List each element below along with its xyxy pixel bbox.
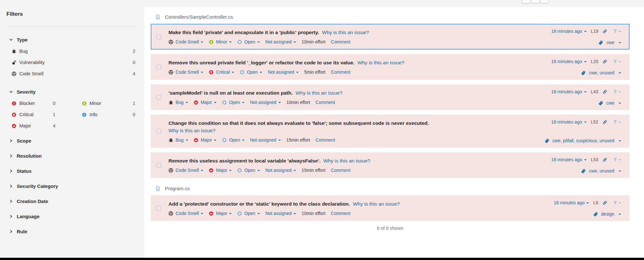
issue-status-dropdown[interactable]: Open: [240, 69, 262, 75]
issue-age-dropdown[interactable]: 18 minutes ago: [554, 200, 585, 205]
issue-checkbox[interactable]: [156, 163, 161, 168]
toolbar-button-2[interactable]: [531, 0, 539, 3]
filter-similar-issues-button[interactable]: [613, 120, 621, 124]
facet-section-rule[interactable]: Rule: [9, 229, 135, 234]
issue-age-dropdown[interactable]: 18 minutes ago: [551, 89, 582, 94]
issue-severity-dropdown[interactable]: Major: [209, 167, 232, 173]
issue-row[interactable]: Change this condition so that it does no…: [151, 115, 630, 148]
facet-header-type[interactable]: Type: [9, 37, 135, 42]
issue-row[interactable]: Remove this useless assignment to local …: [151, 152, 630, 178]
issue-checkbox[interactable]: [156, 65, 161, 70]
facet-item-info[interactable]: Info 0: [77, 112, 135, 117]
why-is-this-an-issue-link[interactable]: Why is this an issue?: [295, 90, 342, 96]
issue-tags-dropdown[interactable]: cwe, unused: [581, 70, 621, 75]
filter-similar-issues-button[interactable]: [613, 157, 621, 162]
facet-item-vulnerability[interactable]: Vulnerability 0: [6, 60, 135, 65]
issue-age-dropdown[interactable]: 18 minutes ago: [551, 59, 582, 64]
issue-severity-dropdown[interactable]: Critical: [209, 69, 234, 75]
issue-assignee-dropdown[interactable]: Not assigned: [265, 167, 296, 173]
toolbar-button-3[interactable]: [541, 0, 549, 3]
type-facet-items: Bug 2 Vulnerability 0 Code Smell 4: [6, 49, 135, 76]
issue-status-dropdown[interactable]: Open: [222, 99, 245, 106]
issue-title[interactable]: 'sampleModel' is null on at least one ex…: [168, 90, 293, 96]
issue-assignee-dropdown[interactable]: Not assigned: [250, 137, 281, 143]
issue-title[interactable]: Make this field 'private' and encapsulat…: [168, 30, 319, 35]
issue-age-dropdown[interactable]: 18 minutes ago: [551, 29, 582, 34]
comment-link[interactable]: Comment: [331, 39, 351, 45]
issues-page: Filters Type Bug 2 Vulnerability 0 Code …: [0, 0, 644, 260]
why-is-this-an-issue-link[interactable]: Why is this an issue?: [168, 127, 539, 134]
issue-title[interactable]: Add a 'protected' constructor or the 'st…: [168, 201, 350, 207]
issue-type-dropdown[interactable]: Code Smell: [168, 167, 203, 173]
facet-item-critical[interactable]: Critical 1: [6, 112, 55, 117]
facet-item-major[interactable]: Major 4: [6, 123, 55, 128]
comment-link[interactable]: Comment: [316, 137, 335, 143]
caret-down-icon: [584, 61, 587, 62]
issue-assignee-dropdown[interactable]: Not assigned: [265, 210, 296, 217]
filter-similar-issues-button[interactable]: [613, 29, 621, 33]
issue-row[interactable]: Make this field 'private' and encapsulat…: [151, 24, 630, 50]
issue-status-dropdown[interactable]: Open: [237, 39, 260, 45]
facet-section-scope[interactable]: Scope: [9, 138, 135, 144]
issue-assignee-dropdown[interactable]: Not assigned: [268, 69, 299, 75]
issue-status-dropdown[interactable]: Open: [222, 137, 245, 143]
comment-link[interactable]: Comment: [331, 210, 351, 217]
issue-row[interactable]: Add a 'protected' constructor or the 'st…: [151, 195, 630, 221]
facet-section-creation-date[interactable]: Creation Date: [9, 199, 135, 204]
issue-type-dropdown[interactable]: Bug: [168, 99, 188, 106]
issue-assignee-dropdown[interactable]: Not assigned: [250, 99, 281, 106]
permalink-icon: [602, 200, 607, 205]
facet-header-severity[interactable]: Severity: [9, 89, 135, 95]
filter-similar-issues-button[interactable]: [613, 89, 621, 94]
issue-type-dropdown[interactable]: Bug: [168, 137, 188, 143]
issue-assignee-dropdown[interactable]: Not assigned: [265, 39, 296, 45]
filter-similar-issues-button[interactable]: [613, 200, 621, 205]
issue-checkbox[interactable]: [156, 95, 161, 100]
comment-link[interactable]: Comment: [316, 99, 335, 106]
issue-checkbox[interactable]: [156, 129, 161, 134]
facet-item-bug[interactable]: Bug 2: [6, 49, 135, 54]
issue-title[interactable]: Change this condition so that it does no…: [168, 120, 429, 126]
facet-item-blocker[interactable]: Blocker 0: [6, 101, 55, 106]
why-is-this-an-issue-link[interactable]: Why is this an issue?: [358, 60, 405, 65]
caret-down-icon: [214, 102, 216, 103]
issue-status-dropdown[interactable]: Open: [237, 167, 260, 173]
facet-section-language[interactable]: Language: [9, 214, 135, 219]
issue-checkbox[interactable]: [156, 34, 161, 39]
why-is-this-an-issue-link[interactable]: Why is this an issue?: [353, 201, 400, 207]
issue-tags-dropdown[interactable]: cwe, unused: [581, 168, 621, 173]
issue-severity-dropdown[interactable]: Major: [194, 137, 216, 143]
toolbar-button-1[interactable]: [522, 0, 530, 3]
why-is-this-an-issue-link[interactable]: Why is this an issue?: [322, 30, 369, 35]
filter-similar-issues-button[interactable]: [613, 59, 621, 64]
issue-severity-dropdown[interactable]: Minor: [209, 39, 232, 45]
issue-age-dropdown[interactable]: 18 minutes ago: [551, 119, 582, 125]
issue-type-dropdown[interactable]: Code Smell: [168, 39, 203, 45]
issue-tags-dropdown[interactable]: cwe: [598, 40, 621, 45]
facet-section-security-category[interactable]: Security Category: [9, 183, 135, 189]
issue-type-dropdown[interactable]: Code Smell: [168, 210, 203, 217]
caret-down-icon: [584, 91, 587, 93]
issue-title[interactable]: Remove this useless assignment to local …: [168, 158, 321, 163]
issue-checkbox[interactable]: [156, 206, 161, 211]
issue-status-dropdown[interactable]: Open: [237, 210, 260, 217]
issue-severity-dropdown[interactable]: Major: [209, 210, 232, 217]
facet-section-status[interactable]: Status: [9, 168, 135, 174]
facet-item-code-smell[interactable]: Code Smell 4: [6, 71, 135, 76]
comment-link[interactable]: Comment: [331, 69, 351, 75]
filter-icon: [613, 120, 618, 124]
issue-type-dropdown[interactable]: Code Smell: [168, 69, 203, 75]
issue-severity-dropdown[interactable]: Major: [194, 99, 216, 106]
issue-age-dropdown[interactable]: 18 minutes ago: [551, 157, 582, 162]
issue-row[interactable]: 'sampleModel' is null on at least one ex…: [151, 84, 630, 110]
caret-down-icon: [260, 72, 262, 73]
issue-row[interactable]: Remove this unread private field '_logge…: [151, 54, 630, 80]
facet-item-minor[interactable]: Minor 1: [77, 101, 135, 106]
issue-tags-dropdown[interactable]: design: [593, 211, 621, 217]
comment-link[interactable]: Comment: [331, 167, 351, 173]
issue-tags-dropdown[interactable]: cwe: [598, 100, 621, 106]
why-is-this-an-issue-link[interactable]: Why is this an issue?: [323, 158, 370, 163]
issue-tags-dropdown[interactable]: cwe, pitfall, suspicious, unused: [544, 138, 621, 143]
issue-title[interactable]: Remove this unread private field '_logge…: [168, 60, 355, 65]
facet-section-resolution[interactable]: Resolution: [9, 153, 135, 159]
